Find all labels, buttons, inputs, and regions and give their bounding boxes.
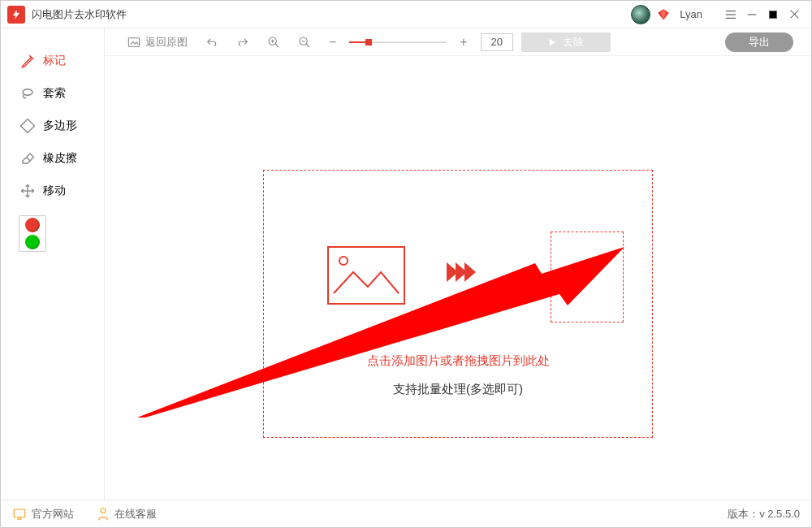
- minimize-button[interactable]: [741, 4, 762, 25]
- svg-point-24: [101, 508, 106, 513]
- mask-green[interactable]: [25, 235, 40, 249]
- maximize-button[interactable]: [762, 4, 784, 25]
- zoom-plus-button[interactable]: +: [455, 32, 472, 53]
- tool-sidebar: 标记 套索 多边形 橡皮擦 移动: [1, 28, 105, 500]
- online-service-label: 在线客服: [114, 507, 157, 522]
- drop-zone[interactable]: + 点击添加图片或者拖拽图片到此处 支持批量处理(多选即可): [263, 170, 653, 438]
- zoom-slider[interactable]: [349, 37, 447, 48]
- tool-label: 移动: [43, 184, 66, 198]
- color-mask-selector[interactable]: [19, 215, 46, 252]
- arrows-icon: [447, 262, 473, 282]
- svg-rect-4: [770, 11, 777, 18]
- app-title: 闪电图片去水印软件: [32, 7, 127, 22]
- version-label: 版本：: [728, 507, 759, 522]
- close-button[interactable]: [784, 4, 805, 25]
- remove-label: 去除: [563, 35, 584, 50]
- drop-hint-primary: 点击添加图片或者拖拽图片到此处: [264, 353, 652, 369]
- marker-icon: [20, 54, 35, 68]
- drop-hint-secondary: 支持批量处理(多选即可): [264, 382, 652, 397]
- remove-watermark-button[interactable]: 去除: [521, 32, 611, 52]
- plus-icon: +: [578, 262, 595, 292]
- tool-lasso[interactable]: 套索: [1, 77, 104, 110]
- svg-rect-21: [14, 509, 25, 517]
- zoom-in-button[interactable]: [262, 32, 285, 53]
- user-name[interactable]: Lyan: [680, 8, 702, 20]
- tool-move[interactable]: 移动: [1, 175, 104, 207]
- zoom-out-button[interactable]: [293, 32, 316, 53]
- menu-button[interactable]: [720, 4, 741, 25]
- svg-line-14: [275, 44, 279, 47]
- export-label: 导出: [749, 35, 770, 50]
- polygon-icon: [20, 119, 35, 133]
- undo-button[interactable]: [201, 32, 223, 53]
- svg-line-18: [306, 44, 309, 47]
- tool-label: 多边形: [43, 119, 77, 133]
- title-bar: 闪电图片去水印软件 Lyan: [1, 1, 811, 28]
- image-placeholder-icon: [327, 246, 405, 305]
- redo-button[interactable]: [231, 32, 254, 53]
- lasso-icon: [20, 86, 35, 101]
- mask-red[interactable]: [25, 218, 40, 232]
- svg-rect-8: [21, 119, 35, 133]
- tool-polygon[interactable]: 多边形: [1, 110, 104, 142]
- tool-label: 橡皮擦: [43, 151, 77, 166]
- official-site-label: 官方网站: [32, 507, 74, 522]
- back-to-original-button[interactable]: 返回原图: [123, 32, 192, 53]
- zoom-value-input[interactable]: [481, 33, 513, 51]
- top-toolbar: 返回原图 − + 去除 导: [105, 28, 811, 56]
- official-site-link[interactable]: 官方网站: [12, 507, 74, 522]
- app-logo: [7, 6, 25, 24]
- back-label: 返回原图: [145, 35, 188, 50]
- tool-label: 套索: [43, 86, 66, 101]
- vip-badge-icon[interactable]: [655, 6, 672, 23]
- zoom-minus-button[interactable]: −: [324, 32, 341, 53]
- tool-label: 标记: [43, 54, 66, 68]
- eraser-icon: [20, 151, 35, 166]
- move-icon: [20, 184, 35, 198]
- status-bar: 官方网站 在线客服 版本： v 2.5.5.0: [1, 500, 811, 527]
- add-image-target[interactable]: +: [551, 232, 624, 322]
- tool-marker[interactable]: 标记: [1, 45, 104, 77]
- canvas-area: + 点击添加图片或者拖拽图片到此处 支持批量处理(多选即可): [105, 56, 811, 500]
- online-service-link[interactable]: 在线客服: [97, 507, 157, 522]
- version-value: v 2.5.5.0: [759, 508, 800, 520]
- tool-eraser[interactable]: 橡皮擦: [1, 142, 104, 175]
- svg-point-7: [23, 89, 32, 96]
- user-avatar[interactable]: [631, 5, 650, 24]
- export-button[interactable]: 导出: [725, 32, 793, 52]
- svg-line-9: [27, 158, 31, 162]
